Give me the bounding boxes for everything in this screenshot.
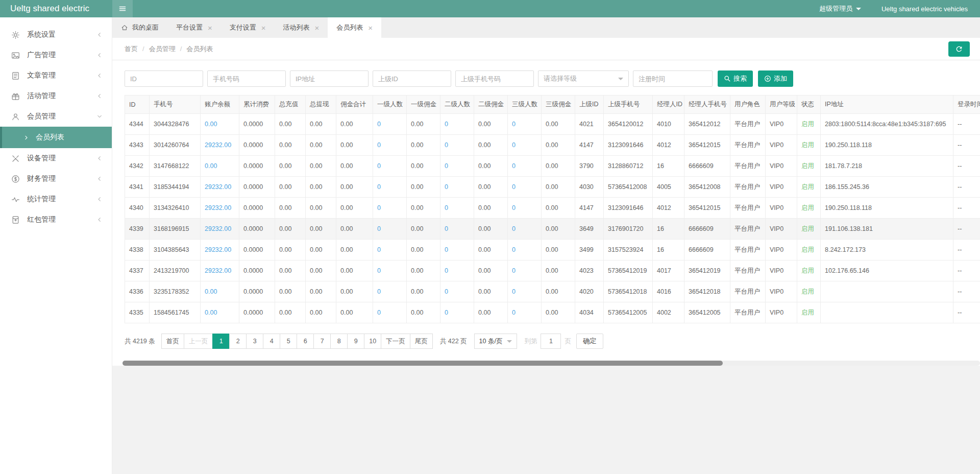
cell-lv2-count[interactable]: 0 bbox=[440, 114, 474, 135]
cell-status[interactable]: 启用 bbox=[797, 135, 821, 156]
page-button-8[interactable]: 8 bbox=[330, 334, 348, 349]
cell-lv1-count[interactable]: 0 bbox=[373, 260, 407, 281]
cell-lv3-count[interactable]: 0 bbox=[508, 260, 542, 281]
phone-filter-input[interactable] bbox=[207, 70, 286, 87]
cell-lv2-count[interactable]: 0 bbox=[440, 156, 474, 177]
breadcrumb-item[interactable]: 会员管理 bbox=[149, 45, 176, 53]
tab-payment[interactable]: 支付设置× bbox=[221, 17, 275, 38]
cell-balance[interactable]: 29232.00 bbox=[201, 135, 239, 156]
cell-status[interactable]: 启用 bbox=[797, 219, 821, 240]
page-button-9[interactable]: 9 bbox=[347, 334, 364, 349]
cell-lv3-count[interactable]: 0 bbox=[508, 219, 542, 240]
sidebar-item-activity[interactable]: 活动管理 bbox=[0, 86, 112, 106]
page-button-2[interactable]: 2 bbox=[229, 334, 247, 349]
cell-lv2-count[interactable]: 0 bbox=[440, 198, 474, 219]
cell-lv3-count[interactable]: 0 bbox=[508, 198, 542, 219]
next-page-button[interactable]: 下一页 bbox=[381, 334, 410, 349]
breadcrumb-item[interactable]: 首页 bbox=[125, 45, 138, 53]
last-page-button[interactable]: 尾页 bbox=[410, 334, 433, 349]
cell-lv3-count[interactable]: 0 bbox=[508, 240, 542, 260]
cell-lv1-count[interactable]: 0 bbox=[373, 219, 407, 240]
page-button-1[interactable]: 1 bbox=[212, 334, 230, 349]
cell-lv3-count[interactable]: 0 bbox=[508, 114, 542, 135]
cell-lv2-count[interactable]: 0 bbox=[440, 240, 474, 260]
sidebar-item-system[interactable]: 系统设置 bbox=[0, 25, 112, 45]
breadcrumb-item[interactable]: 会员列表 bbox=[186, 45, 213, 53]
page-button-7[interactable]: 7 bbox=[313, 334, 331, 349]
register-time-input[interactable] bbox=[633, 70, 713, 87]
cell-lv1-count[interactable]: 0 bbox=[373, 156, 407, 177]
cell-balance[interactable]: 0.00 bbox=[201, 281, 239, 302]
sidebar-item-article[interactable]: 文章管理 bbox=[0, 65, 112, 86]
cell-balance[interactable]: 0.00 bbox=[201, 114, 239, 135]
add-button[interactable]: 添加 bbox=[758, 70, 793, 87]
cell-status[interactable]: 启用 bbox=[797, 198, 821, 219]
cell-balance[interactable]: 29232.00 bbox=[201, 240, 239, 260]
tab-activity-list[interactable]: 活动列表× bbox=[275, 17, 328, 38]
cell-status[interactable]: 启用 bbox=[797, 302, 821, 323]
sidebar-item-member[interactable]: 会员管理 bbox=[0, 106, 112, 127]
sidebar-item-stats[interactable]: 统计管理 bbox=[0, 189, 112, 209]
cell-balance[interactable]: 29232.00 bbox=[201, 177, 239, 198]
goto-page-input[interactable] bbox=[541, 334, 561, 349]
cell-lv2-count[interactable]: 0 bbox=[440, 281, 474, 302]
page-button-5[interactable]: 5 bbox=[280, 334, 297, 349]
prev-page-button[interactable]: 上一页 bbox=[184, 334, 213, 349]
cell-lv3-count[interactable]: 0 bbox=[508, 156, 542, 177]
cell-lv1-count[interactable]: 0 bbox=[373, 114, 407, 135]
id-filter-input[interactable] bbox=[125, 70, 203, 87]
cell-balance[interactable]: 29232.00 bbox=[201, 198, 239, 219]
cell-lv2-count[interactable]: 0 bbox=[440, 135, 474, 156]
cell-lv2-count[interactable]: 0 bbox=[440, 219, 474, 240]
tab-member-list[interactable]: 会员列表× bbox=[328, 17, 381, 38]
page-button-10[interactable]: 10 bbox=[364, 334, 381, 349]
sidebar-item-redpacket[interactable]: 红包管理 bbox=[0, 209, 112, 230]
sidebar-item-device[interactable]: 设备管理 bbox=[0, 148, 112, 169]
cell-lv2-count[interactable]: 0 bbox=[440, 302, 474, 323]
scrollbar-thumb[interactable] bbox=[122, 361, 723, 366]
parent-id-filter-input[interactable] bbox=[373, 70, 451, 87]
cell-status[interactable]: 启用 bbox=[797, 177, 821, 198]
cell-balance[interactable]: 29232.00 bbox=[201, 219, 239, 240]
cell-lv3-count[interactable]: 0 bbox=[508, 302, 542, 323]
cell-status[interactable]: 启用 bbox=[797, 260, 821, 281]
sidebar-toggle-button[interactable] bbox=[112, 0, 133, 17]
search-button[interactable]: 搜索 bbox=[718, 70, 753, 87]
cell-lv2-count[interactable]: 0 bbox=[440, 177, 474, 198]
first-page-button[interactable]: 首页 bbox=[161, 334, 184, 349]
cell-lv3-count[interactable]: 0 bbox=[508, 135, 542, 156]
sidebar-item-ads[interactable]: 广告管理 bbox=[0, 45, 112, 65]
cell-status[interactable]: 启用 bbox=[797, 156, 821, 177]
cell-lv1-count[interactable]: 0 bbox=[373, 302, 407, 323]
admin-role-dropdown[interactable]: 超级管理员 bbox=[819, 4, 861, 13]
refresh-button[interactable] bbox=[948, 41, 970, 57]
cell-lv1-count[interactable]: 0 bbox=[373, 240, 407, 260]
close-icon[interactable]: × bbox=[261, 24, 266, 32]
cell-lv2-count[interactable]: 0 bbox=[440, 260, 474, 281]
close-icon[interactable]: × bbox=[368, 24, 373, 32]
parent-phone-filter-input[interactable] bbox=[455, 70, 534, 87]
sidebar-item-finance[interactable]: 财务管理 bbox=[0, 169, 112, 189]
cell-lv1-count[interactable]: 0 bbox=[373, 135, 407, 156]
cell-lv1-count[interactable]: 0 bbox=[373, 281, 407, 302]
per-page-select[interactable]: 10 条/页 bbox=[474, 334, 518, 349]
cell-status[interactable]: 启用 bbox=[797, 114, 821, 135]
sidebar-subitem-member-list[interactable]: 会员列表 bbox=[0, 127, 112, 148]
cell-lv3-count[interactable]: 0 bbox=[508, 177, 542, 198]
cell-lv3-count[interactable]: 0 bbox=[508, 281, 542, 302]
goto-confirm-button[interactable]: 确定 bbox=[576, 334, 603, 349]
close-icon[interactable]: × bbox=[315, 24, 320, 32]
horizontal-scrollbar[interactable] bbox=[122, 361, 980, 366]
ip-filter-input[interactable] bbox=[290, 70, 369, 87]
cell-balance[interactable]: 29232.00 bbox=[201, 260, 239, 281]
cell-balance[interactable]: 0.00 bbox=[201, 156, 239, 177]
cell-lv1-count[interactable]: 0 bbox=[373, 198, 407, 219]
page-button-3[interactable]: 3 bbox=[246, 334, 263, 349]
tab-desktop[interactable]: 我的桌面 bbox=[112, 17, 167, 38]
page-button-6[interactable]: 6 bbox=[297, 334, 314, 349]
level-select[interactable]: 请选择等级 bbox=[538, 70, 629, 87]
page-button-4[interactable]: 4 bbox=[263, 334, 280, 349]
close-icon[interactable]: × bbox=[208, 24, 212, 32]
tab-platform[interactable]: 平台设置× bbox=[167, 17, 221, 38]
cell-lv1-count[interactable]: 0 bbox=[373, 177, 407, 198]
